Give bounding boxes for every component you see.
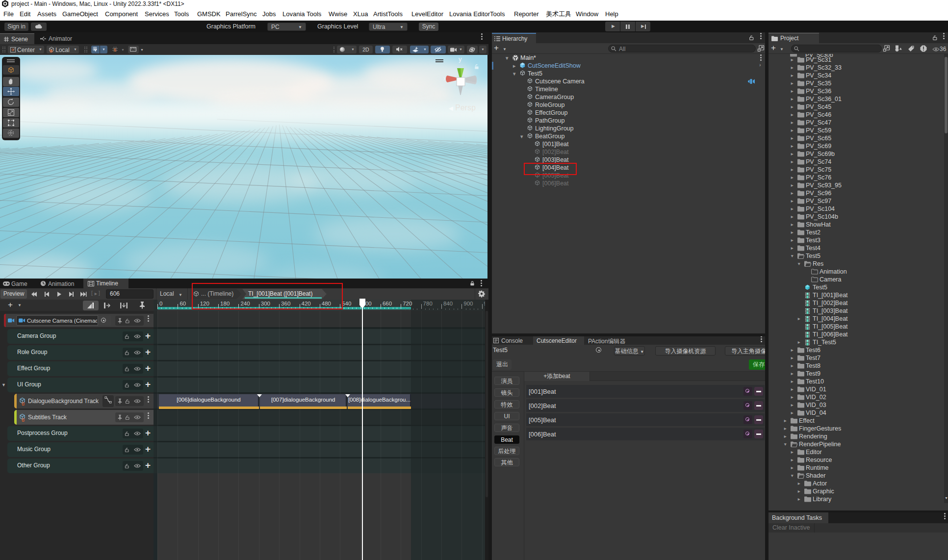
svg-text:{}: {} [22,401,25,406]
svg-text:{}: {} [22,417,25,422]
svg-text:y: y [459,55,462,63]
